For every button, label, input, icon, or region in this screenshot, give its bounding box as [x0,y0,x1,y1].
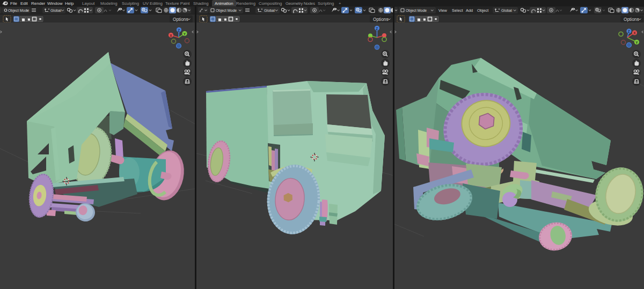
svg-text:Global: Global [501,9,512,12]
svg-text:View: View [438,8,448,13]
svg-text:Z: Z [628,29,630,33]
svg-text:Z: Z [376,27,378,31]
svg-text:Options: Options [173,17,188,22]
svg-text:Global: Global [264,9,275,12]
svg-text:Object Mode: Object Mode [8,9,29,13]
svg-text:Object Mode: Object Mode [406,9,427,13]
svg-text:Object: Object [477,8,488,13]
svg-text:Add: Add [466,8,473,13]
svg-text:Object Mode: Object Mode [216,9,237,13]
svg-text:Z: Z [178,28,180,32]
svg-text:Global: Global [50,9,61,12]
svg-text:X: X [170,34,172,38]
svg-text:Y: Y [184,32,186,36]
svg-text:Select: Select [452,8,463,13]
svg-text:X: X [633,31,636,35]
svg-text:Options: Options [624,17,639,22]
svg-text:Y: Y [635,41,638,45]
svg-text:Options: Options [373,17,389,22]
